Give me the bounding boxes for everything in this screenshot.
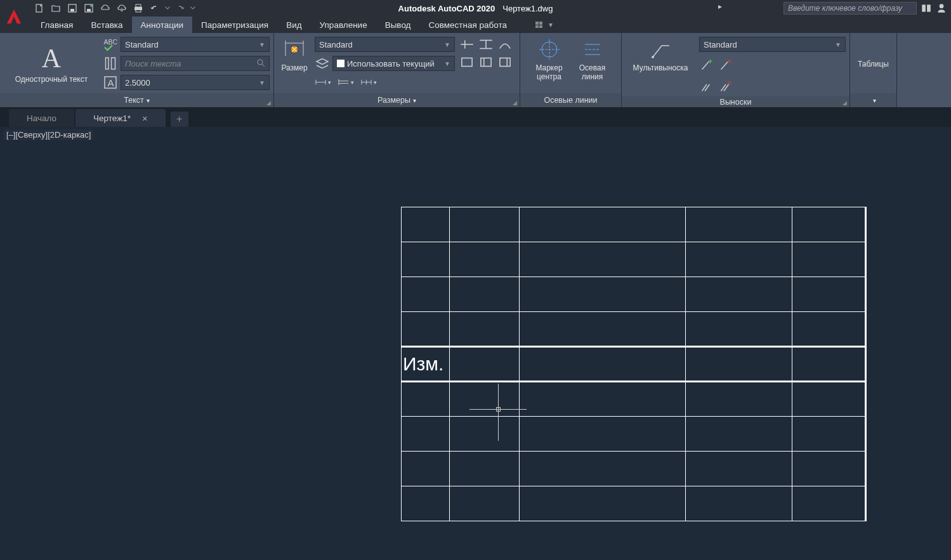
svg-rect-15 bbox=[539, 25, 542, 28]
svg-rect-6 bbox=[136, 4, 141, 7]
text-big-label: Однострочный текст bbox=[15, 75, 88, 84]
menu-bar: Главная Вставка Аннотации Параметризация… bbox=[0, 16, 951, 33]
center-mark-button[interactable]: Маркер центра bbox=[530, 36, 568, 84]
svg-point-5 bbox=[90, 4, 93, 7]
add-tab-button[interactable]: + bbox=[171, 112, 188, 127]
tables-label[interactable]: Таблицы bbox=[858, 60, 889, 68]
leader-remove-icon[interactable]: × bbox=[718, 57, 733, 72]
dim-tool6-icon[interactable] bbox=[497, 55, 513, 70]
drawing-table: Изм. bbox=[401, 207, 867, 521]
viewport-label[interactable]: [–][Сверху][2D-каркас] bbox=[4, 129, 93, 140]
svg-rect-4 bbox=[87, 9, 91, 11]
quick-access-toolbar bbox=[32, 1, 197, 15]
keyword-search-input[interactable]: Введите ключевое слово/фразу bbox=[784, 2, 917, 15]
dim-style-dropdown[interactable]: Standard▼ bbox=[315, 37, 455, 52]
text-style-dropdown[interactable]: Standard▼ bbox=[121, 37, 270, 52]
dim-continue-icon[interactable]: ▾ bbox=[360, 75, 377, 90]
title-right: Введите ключевое слово/фразу bbox=[784, 2, 947, 15]
menu-annotate[interactable]: Аннотации bbox=[132, 16, 192, 33]
cell-izm: Изм. bbox=[402, 353, 449, 375]
new-icon[interactable] bbox=[32, 1, 47, 15]
open-icon[interactable] bbox=[48, 1, 63, 15]
menu-featured-apps[interactable]: ▾ bbox=[535, 20, 553, 29]
undo-dropdown-icon[interactable] bbox=[164, 1, 171, 15]
panel-tables-title[interactable]: ▾ bbox=[850, 93, 896, 107]
cloud-save-icon[interactable] bbox=[114, 1, 129, 15]
svg-text:+: + bbox=[708, 57, 713, 66]
svg-text:A: A bbox=[108, 77, 114, 88]
dim-tool4-icon[interactable] bbox=[459, 55, 475, 70]
dim-style-value: Standard bbox=[319, 40, 353, 49]
leader-collect-icon[interactable]: × bbox=[718, 79, 733, 94]
dim-tool3-icon[interactable] bbox=[497, 37, 513, 52]
ribbon: A Однострочный текст ABC Standard▼ Поиск… bbox=[0, 33, 951, 108]
leader-style-dropdown[interactable]: Standard▼ bbox=[699, 37, 846, 52]
svg-text:ABC: ABC bbox=[104, 38, 118, 46]
svg-rect-13 bbox=[539, 22, 542, 25]
svg-point-11 bbox=[940, 4, 944, 8]
dimension-big-button[interactable]: Размер bbox=[278, 36, 311, 75]
redo-dropdown-icon[interactable] bbox=[189, 1, 197, 15]
filetab-active[interactable]: Чертеж1* × bbox=[75, 109, 166, 127]
save-icon[interactable] bbox=[65, 1, 80, 15]
title-center: Autodesk AutoCAD 2020 Чертеж1.dwg bbox=[398, 4, 553, 13]
menu-home[interactable]: Главная bbox=[32, 16, 82, 33]
text-height-a-icon[interactable]: A bbox=[103, 75, 118, 90]
leader-align-icon[interactable] bbox=[699, 79, 714, 94]
panel-text-title[interactable]: Текст▾◢ bbox=[0, 93, 273, 107]
saveas-icon[interactable] bbox=[81, 1, 96, 15]
signin-icon[interactable] bbox=[936, 3, 947, 14]
dim-layer-icon[interactable] bbox=[315, 56, 330, 71]
leader-add-icon[interactable]: + bbox=[699, 57, 714, 72]
app-logo[interactable] bbox=[0, 0, 28, 33]
svg-rect-17 bbox=[106, 58, 109, 69]
center-mark-label: Маркер центра bbox=[535, 63, 563, 82]
menu-parametric[interactable]: Параметризация bbox=[192, 16, 277, 33]
close-tab-icon[interactable]: × bbox=[142, 113, 148, 124]
text-search-input[interactable]: Поиск текста bbox=[121, 56, 270, 71]
dim-quick-icon[interactable]: ▾ bbox=[338, 75, 354, 90]
panel-leader-title: Выноски◢ bbox=[622, 96, 849, 107]
filetab-start[interactable]: Начало bbox=[9, 109, 74, 127]
menu-output[interactable]: Вывод bbox=[376, 16, 420, 33]
text-style-check-icon[interactable]: ABC bbox=[103, 37, 118, 52]
text-a-icon: A bbox=[40, 44, 63, 72]
svg-rect-10 bbox=[927, 4, 931, 11]
print-icon[interactable] bbox=[131, 1, 146, 15]
file-name: Чертеж1.dwg bbox=[502, 4, 553, 13]
menu-manage[interactable]: Управление bbox=[311, 16, 376, 33]
dim-tool2-icon[interactable] bbox=[478, 37, 494, 52]
text-big-button[interactable]: A Однострочный текст bbox=[4, 36, 99, 93]
undo-icon[interactable] bbox=[147, 1, 162, 15]
svg-point-19 bbox=[258, 60, 263, 65]
text-style-value: Standard bbox=[125, 40, 159, 49]
panel-dim-title[interactable]: Размеры▾◢ bbox=[274, 93, 520, 107]
multileader-icon bbox=[649, 38, 672, 61]
panel-tables: Таблицы ▾ bbox=[850, 33, 897, 107]
app-name: Autodesk AutoCAD 2020 bbox=[398, 4, 495, 13]
dim-tool5-icon[interactable] bbox=[478, 55, 494, 70]
text-height-value: 2.5000 bbox=[125, 78, 150, 88]
panel-dimensions: Размер Standard▼ Использовать текущий▼ ▾… bbox=[274, 33, 520, 107]
dimension-big-label: Размер bbox=[281, 63, 307, 72]
exchange-icon[interactable] bbox=[921, 3, 932, 14]
dim-layer-dropdown[interactable]: Использовать текущий▼ bbox=[332, 56, 455, 71]
svg-text:×: × bbox=[727, 79, 732, 88]
centerline-button[interactable]: Осевая линия bbox=[574, 36, 612, 84]
cloud-open-icon[interactable] bbox=[98, 1, 113, 15]
dim-linear-icon[interactable]: ▾ bbox=[315, 75, 331, 90]
drawing-canvas[interactable]: [–][Сверху][2D-каркас] Изм. bbox=[0, 127, 951, 560]
text-height-dropdown[interactable]: 2.5000▼ bbox=[121, 75, 270, 90]
panel-center-title: Осевые линии bbox=[520, 93, 621, 107]
multileader-label: Мультивыноска bbox=[633, 63, 688, 72]
search-placeholder: Поиск текста bbox=[125, 59, 181, 68]
multileader-button[interactable]: Мультивыноска bbox=[626, 36, 695, 75]
svg-rect-14 bbox=[535, 25, 539, 28]
menu-insert[interactable]: Вставка bbox=[82, 16, 131, 33]
centerline-icon bbox=[581, 38, 604, 61]
dim-tool1-icon[interactable] bbox=[459, 37, 475, 52]
menu-collaborate[interactable]: Совместная работа bbox=[419, 16, 516, 33]
find-text-icon[interactable] bbox=[103, 56, 118, 71]
menu-view[interactable]: Вид bbox=[277, 16, 310, 33]
redo-icon[interactable] bbox=[173, 1, 188, 15]
